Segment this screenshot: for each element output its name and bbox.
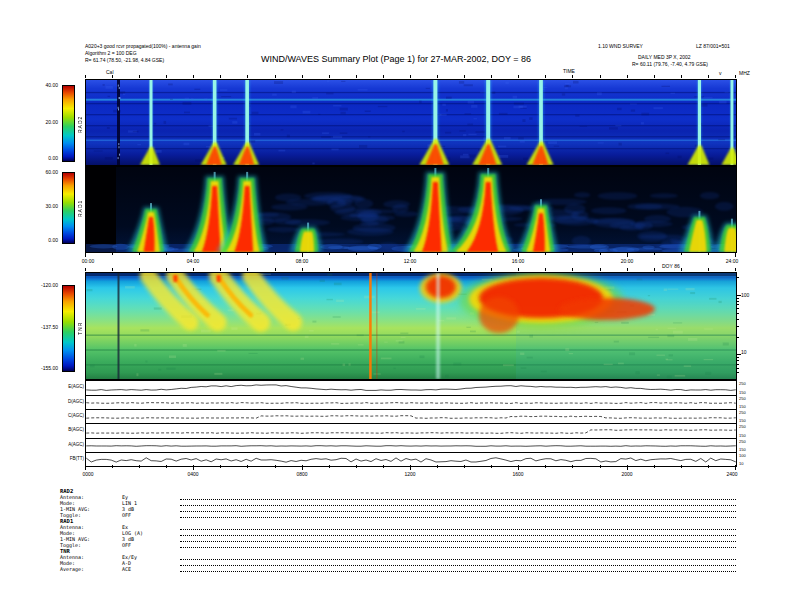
footer-row-value: OFF <box>122 542 180 548</box>
tnr-log-tick <box>736 326 739 327</box>
bottom-tick-2400: 2400 <box>726 471 737 477</box>
footer-row: Toggle:OFF <box>60 512 736 518</box>
agc-line-panels: E(AGC)250150D(AGC)250150C(AGC)250150B(AG… <box>85 380 737 467</box>
mid-axis-minor-ticks <box>85 252 736 255</box>
tnr-log-tick <box>736 295 741 296</box>
bottom-tick-0000: 0000 <box>82 471 93 477</box>
footer-dotted-leader <box>180 531 736 536</box>
colorbar-tnr <box>62 285 75 372</box>
mhz-unit-label: MHZ <box>739 70 750 76</box>
footer-row-label: Average: <box>60 566 122 572</box>
footer-row-value: OFF <box>122 512 180 518</box>
footer-dotted-leader <box>180 495 736 500</box>
rad2-top-ticks <box>85 75 736 78</box>
tnr-log-tick <box>736 304 739 305</box>
tnr-cbar-tick-min: -155.00 <box>24 365 58 371</box>
tnr-log-tick <box>736 277 739 278</box>
footer-dotted-leader <box>180 561 736 566</box>
mid-tick-1200: 12:00 <box>404 258 417 264</box>
tnr-log-tick-column <box>736 272 742 378</box>
tnr-log-tick <box>736 360 739 361</box>
footer-dotted-leader <box>180 537 736 542</box>
agc-right-tick-bottom: 150 <box>739 418 746 423</box>
rad2-cbar-tick-max: 40.00 <box>24 82 58 88</box>
agc-row-label: A(AGC) <box>68 442 84 447</box>
agc-right-tick-bottom: 150 <box>739 433 746 438</box>
tnr-top-ticks <box>85 268 736 271</box>
mid-tick-2000: 20:00 <box>621 258 634 264</box>
agc-row-fbtt: FB(TT)10010 <box>86 452 736 466</box>
agc-row-label: FB(TT) <box>70 456 84 461</box>
agc-row-label: D(AGC) <box>68 399 84 404</box>
tnr-log-tick <box>736 368 739 369</box>
tnr-log-tick <box>736 308 739 309</box>
tnr-log-tick <box>736 319 739 320</box>
footer-dotted-leader <box>180 567 736 572</box>
footer-row: Average:ACE <box>60 566 736 572</box>
mid-tick-0000: 00:00 <box>82 258 95 264</box>
tnr-log-tick <box>736 354 741 355</box>
footer-dotted-leader <box>180 555 736 560</box>
tnr-log-tick <box>736 372 739 373</box>
rad1-cbar-tick-mid: 30.00 <box>24 203 58 209</box>
agc-right-tick-top: 250 <box>739 396 746 401</box>
agc-row-label: B(AGC) <box>68 427 84 432</box>
tnr-log-tick <box>736 357 739 358</box>
agc-right-tick-bottom: 150 <box>739 447 746 452</box>
time-axis-title: TIME <box>563 68 575 74</box>
tnr-log-tick <box>736 301 739 302</box>
mid-tick-2400: 24:00 <box>726 258 739 264</box>
footer-row: Toggle:OFF <box>60 542 736 548</box>
bottom-tick-0400: 0400 <box>187 471 198 477</box>
tnr-log-tick <box>736 337 739 338</box>
mid-tick-0800: 08:00 <box>296 258 309 264</box>
agc-row-cagc: C(AGC)250150 <box>86 409 736 423</box>
rad2-panel-label: RAD2 <box>77 100 83 148</box>
footer-dotted-leader <box>180 543 736 548</box>
bottom-axis-minor-ticks <box>85 465 736 468</box>
receiver-settings-legend: RAD2Antenna:EyMode:LIN 11-MIN AVG:3 dBTo… <box>60 488 736 572</box>
agc-right-tick-top: 250 <box>739 439 746 444</box>
tnr-log-tick <box>736 364 739 365</box>
rad2-cbar-tick-mid: 20.00 <box>24 119 58 125</box>
rad2-spectrogram <box>85 79 737 166</box>
rad2-cbar-tick-min: 0.00 <box>24 155 58 161</box>
version-label: 1.10 WND SURVEY <box>598 43 643 49</box>
agc-right-tick-top: 250 <box>739 424 746 429</box>
tnr-log-tick <box>736 313 739 314</box>
tnr-cbar-tick-max: -120.00 <box>24 282 58 288</box>
agc-row-aagc: A(AGC)250150 <box>86 438 736 452</box>
lz-id-label: LZ 87/001=501 <box>696 43 730 49</box>
daily-label: DAILY MED 3P X, 2002 <box>638 54 691 60</box>
agc-row-bagc: B(AGC)250150 <box>86 423 736 437</box>
position-right: R= 60.11 (79.76, -7.40, 4.79 GSE) <box>632 61 708 67</box>
bottom-tick-0800: 0800 <box>296 471 307 477</box>
rad1-spectrogram <box>85 166 737 253</box>
footer-dotted-leader <box>180 525 736 530</box>
bottom-tick-1600: 1600 <box>512 471 523 477</box>
agc-right-tick-top: 250 <box>739 410 746 415</box>
colorbar-rad1 <box>62 172 75 244</box>
agc-row-label: E(AGC) <box>68 384 84 389</box>
rad1-cbar-tick-max: 60.00 <box>24 169 58 175</box>
wind-waves-summary-plot: A020+3 good rcvr propagated(100%) - ante… <box>0 0 792 612</box>
mid-tick-0400: 04:00 <box>187 258 200 264</box>
tnr-spectrogram <box>85 272 737 380</box>
agc-row-eagc: E(AGC)250150 <box>86 381 736 395</box>
agc-right-tick-top: 100 <box>739 453 746 458</box>
agc-right-tick-bottom: 150 <box>739 390 746 395</box>
agc-right-tick-bottom: 10 <box>739 461 743 466</box>
footer-dotted-leader <box>180 501 736 506</box>
footer-row-value: ACE <box>122 566 180 572</box>
tnr-right-tick-100: 100 <box>741 292 749 298</box>
agc-row-dagc: D(AGC)250150 <box>86 395 736 409</box>
footer-dotted-leader <box>180 507 736 512</box>
bottom-tick-1200: 1200 <box>404 471 415 477</box>
tnr-log-tick <box>736 298 739 299</box>
processing-info-line1: A020+3 good rcvr propagated(100%) - ante… <box>85 43 201 49</box>
colorbar-rad2 <box>62 85 75 162</box>
agc-right-tick-top: 250 <box>739 381 746 386</box>
tnr-panel-label: TNR <box>77 308 83 348</box>
agc-row-label: C(AGC) <box>68 413 84 418</box>
rad1-cbar-tick-min: 0.00 <box>24 237 58 243</box>
